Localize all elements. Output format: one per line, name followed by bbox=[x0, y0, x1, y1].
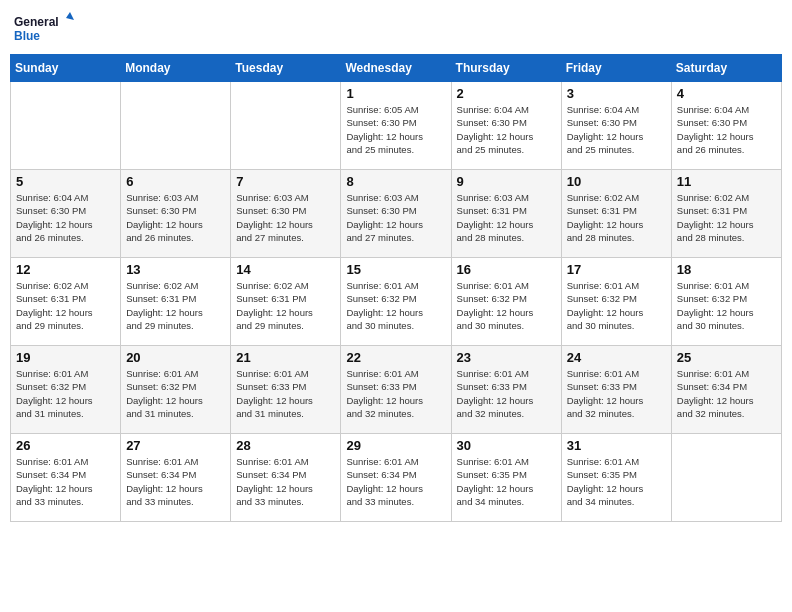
calendar-cell: 6Sunrise: 6:03 AM Sunset: 6:30 PM Daylig… bbox=[121, 170, 231, 258]
cell-info: Sunrise: 6:05 AM Sunset: 6:30 PM Dayligh… bbox=[346, 103, 445, 156]
cell-info: Sunrise: 6:01 AM Sunset: 6:33 PM Dayligh… bbox=[346, 367, 445, 420]
logo: General Blue bbox=[14, 10, 74, 46]
day-number: 12 bbox=[16, 262, 115, 277]
cell-info: Sunrise: 6:03 AM Sunset: 6:30 PM Dayligh… bbox=[346, 191, 445, 244]
calendar-cell: 26Sunrise: 6:01 AM Sunset: 6:34 PM Dayli… bbox=[11, 434, 121, 522]
calendar-cell: 18Sunrise: 6:01 AM Sunset: 6:32 PM Dayli… bbox=[671, 258, 781, 346]
cell-info: Sunrise: 6:01 AM Sunset: 6:33 PM Dayligh… bbox=[236, 367, 335, 420]
cell-info: Sunrise: 6:04 AM Sunset: 6:30 PM Dayligh… bbox=[16, 191, 115, 244]
day-number: 5 bbox=[16, 174, 115, 189]
calendar-cell: 25Sunrise: 6:01 AM Sunset: 6:34 PM Dayli… bbox=[671, 346, 781, 434]
day-number: 23 bbox=[457, 350, 556, 365]
day-number: 10 bbox=[567, 174, 666, 189]
cell-info: Sunrise: 6:01 AM Sunset: 6:34 PM Dayligh… bbox=[16, 455, 115, 508]
day-number: 20 bbox=[126, 350, 225, 365]
calendar-cell: 19Sunrise: 6:01 AM Sunset: 6:32 PM Dayli… bbox=[11, 346, 121, 434]
day-header-tuesday: Tuesday bbox=[231, 55, 341, 82]
calendar-cell: 24Sunrise: 6:01 AM Sunset: 6:33 PM Dayli… bbox=[561, 346, 671, 434]
calendar-cell: 3Sunrise: 6:04 AM Sunset: 6:30 PM Daylig… bbox=[561, 82, 671, 170]
calendar-cell: 16Sunrise: 6:01 AM Sunset: 6:32 PM Dayli… bbox=[451, 258, 561, 346]
page-header: General Blue bbox=[10, 10, 782, 46]
day-number: 22 bbox=[346, 350, 445, 365]
calendar-cell: 17Sunrise: 6:01 AM Sunset: 6:32 PM Dayli… bbox=[561, 258, 671, 346]
cell-info: Sunrise: 6:01 AM Sunset: 6:34 PM Dayligh… bbox=[126, 455, 225, 508]
calendar-table: SundayMondayTuesdayWednesdayThursdayFrid… bbox=[10, 54, 782, 522]
day-number: 19 bbox=[16, 350, 115, 365]
cell-info: Sunrise: 6:01 AM Sunset: 6:35 PM Dayligh… bbox=[457, 455, 556, 508]
cell-info: Sunrise: 6:02 AM Sunset: 6:31 PM Dayligh… bbox=[16, 279, 115, 332]
calendar-cell: 29Sunrise: 6:01 AM Sunset: 6:34 PM Dayli… bbox=[341, 434, 451, 522]
cell-info: Sunrise: 6:04 AM Sunset: 6:30 PM Dayligh… bbox=[567, 103, 666, 156]
calendar-cell bbox=[11, 82, 121, 170]
day-header-thursday: Thursday bbox=[451, 55, 561, 82]
svg-text:Blue: Blue bbox=[14, 29, 40, 43]
cell-info: Sunrise: 6:04 AM Sunset: 6:30 PM Dayligh… bbox=[677, 103, 776, 156]
calendar-cell: 4Sunrise: 6:04 AM Sunset: 6:30 PM Daylig… bbox=[671, 82, 781, 170]
day-number: 3 bbox=[567, 86, 666, 101]
day-number: 14 bbox=[236, 262, 335, 277]
day-number: 6 bbox=[126, 174, 225, 189]
day-number: 4 bbox=[677, 86, 776, 101]
calendar-cell: 9Sunrise: 6:03 AM Sunset: 6:31 PM Daylig… bbox=[451, 170, 561, 258]
day-header-saturday: Saturday bbox=[671, 55, 781, 82]
day-number: 18 bbox=[677, 262, 776, 277]
calendar-cell: 30Sunrise: 6:01 AM Sunset: 6:35 PM Dayli… bbox=[451, 434, 561, 522]
calendar-cell bbox=[121, 82, 231, 170]
calendar-cell: 13Sunrise: 6:02 AM Sunset: 6:31 PM Dayli… bbox=[121, 258, 231, 346]
calendar-cell: 22Sunrise: 6:01 AM Sunset: 6:33 PM Dayli… bbox=[341, 346, 451, 434]
svg-marker-2 bbox=[66, 12, 74, 20]
day-number: 16 bbox=[457, 262, 556, 277]
day-header-sunday: Sunday bbox=[11, 55, 121, 82]
cell-info: Sunrise: 6:01 AM Sunset: 6:33 PM Dayligh… bbox=[457, 367, 556, 420]
day-number: 24 bbox=[567, 350, 666, 365]
day-number: 31 bbox=[567, 438, 666, 453]
day-number: 13 bbox=[126, 262, 225, 277]
calendar-cell: 31Sunrise: 6:01 AM Sunset: 6:35 PM Dayli… bbox=[561, 434, 671, 522]
calendar-cell: 15Sunrise: 6:01 AM Sunset: 6:32 PM Dayli… bbox=[341, 258, 451, 346]
cell-info: Sunrise: 6:01 AM Sunset: 6:34 PM Dayligh… bbox=[346, 455, 445, 508]
cell-info: Sunrise: 6:03 AM Sunset: 6:31 PM Dayligh… bbox=[457, 191, 556, 244]
day-header-monday: Monday bbox=[121, 55, 231, 82]
calendar-cell: 8Sunrise: 6:03 AM Sunset: 6:30 PM Daylig… bbox=[341, 170, 451, 258]
day-header-friday: Friday bbox=[561, 55, 671, 82]
day-number: 9 bbox=[457, 174, 556, 189]
week-row-5: 26Sunrise: 6:01 AM Sunset: 6:34 PM Dayli… bbox=[11, 434, 782, 522]
day-number: 26 bbox=[16, 438, 115, 453]
day-number: 15 bbox=[346, 262, 445, 277]
calendar-header-row: SundayMondayTuesdayWednesdayThursdayFrid… bbox=[11, 55, 782, 82]
calendar-cell bbox=[671, 434, 781, 522]
calendar-cell: 21Sunrise: 6:01 AM Sunset: 6:33 PM Dayli… bbox=[231, 346, 341, 434]
calendar-cell: 1Sunrise: 6:05 AM Sunset: 6:30 PM Daylig… bbox=[341, 82, 451, 170]
day-number: 28 bbox=[236, 438, 335, 453]
cell-info: Sunrise: 6:01 AM Sunset: 6:32 PM Dayligh… bbox=[677, 279, 776, 332]
week-row-4: 19Sunrise: 6:01 AM Sunset: 6:32 PM Dayli… bbox=[11, 346, 782, 434]
cell-info: Sunrise: 6:02 AM Sunset: 6:31 PM Dayligh… bbox=[236, 279, 335, 332]
calendar-cell: 2Sunrise: 6:04 AM Sunset: 6:30 PM Daylig… bbox=[451, 82, 561, 170]
calendar-cell: 12Sunrise: 6:02 AM Sunset: 6:31 PM Dayli… bbox=[11, 258, 121, 346]
cell-info: Sunrise: 6:01 AM Sunset: 6:35 PM Dayligh… bbox=[567, 455, 666, 508]
svg-text:General: General bbox=[14, 15, 59, 29]
day-number: 17 bbox=[567, 262, 666, 277]
cell-info: Sunrise: 6:02 AM Sunset: 6:31 PM Dayligh… bbox=[677, 191, 776, 244]
cell-info: Sunrise: 6:01 AM Sunset: 6:34 PM Dayligh… bbox=[236, 455, 335, 508]
calendar-cell: 7Sunrise: 6:03 AM Sunset: 6:30 PM Daylig… bbox=[231, 170, 341, 258]
week-row-1: 1Sunrise: 6:05 AM Sunset: 6:30 PM Daylig… bbox=[11, 82, 782, 170]
calendar-cell: 27Sunrise: 6:01 AM Sunset: 6:34 PM Dayli… bbox=[121, 434, 231, 522]
cell-info: Sunrise: 6:01 AM Sunset: 6:33 PM Dayligh… bbox=[567, 367, 666, 420]
day-number: 11 bbox=[677, 174, 776, 189]
cell-info: Sunrise: 6:01 AM Sunset: 6:32 PM Dayligh… bbox=[126, 367, 225, 420]
calendar-cell: 20Sunrise: 6:01 AM Sunset: 6:32 PM Dayli… bbox=[121, 346, 231, 434]
cell-info: Sunrise: 6:01 AM Sunset: 6:32 PM Dayligh… bbox=[16, 367, 115, 420]
day-number: 30 bbox=[457, 438, 556, 453]
cell-info: Sunrise: 6:01 AM Sunset: 6:32 PM Dayligh… bbox=[567, 279, 666, 332]
calendar-cell: 23Sunrise: 6:01 AM Sunset: 6:33 PM Dayli… bbox=[451, 346, 561, 434]
cell-info: Sunrise: 6:03 AM Sunset: 6:30 PM Dayligh… bbox=[236, 191, 335, 244]
logo-svg: General Blue bbox=[14, 10, 74, 46]
calendar-cell: 5Sunrise: 6:04 AM Sunset: 6:30 PM Daylig… bbox=[11, 170, 121, 258]
cell-info: Sunrise: 6:01 AM Sunset: 6:34 PM Dayligh… bbox=[677, 367, 776, 420]
cell-info: Sunrise: 6:03 AM Sunset: 6:30 PM Dayligh… bbox=[126, 191, 225, 244]
day-number: 7 bbox=[236, 174, 335, 189]
day-number: 8 bbox=[346, 174, 445, 189]
cell-info: Sunrise: 6:02 AM Sunset: 6:31 PM Dayligh… bbox=[126, 279, 225, 332]
cell-info: Sunrise: 6:01 AM Sunset: 6:32 PM Dayligh… bbox=[346, 279, 445, 332]
